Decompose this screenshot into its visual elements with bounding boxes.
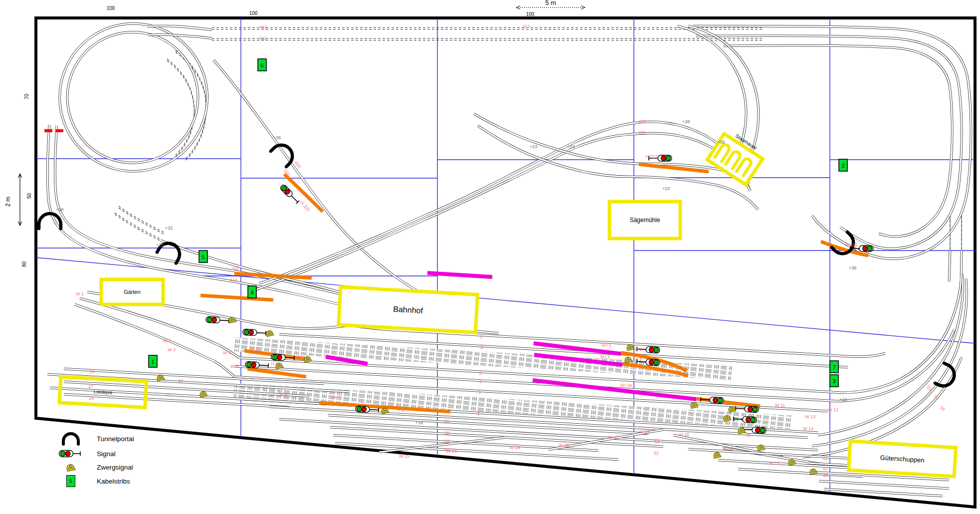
track-plan-page: GärtenBahnhofSägemühleLokdepotGüterschup… xyxy=(0,0,980,514)
track-number-label: W 13 xyxy=(805,414,815,419)
kabelstribs-number: 1 xyxy=(151,359,154,365)
height-label: +38 xyxy=(849,265,856,270)
track-number-label: W 19 xyxy=(639,429,650,434)
track-number-label: W 12 xyxy=(828,407,838,412)
track-number-label: kH 2 xyxy=(600,354,610,359)
track-number-label: 51 xyxy=(444,419,449,424)
height-label: +23 xyxy=(567,144,575,149)
area-gterschuppen: Güterschuppen xyxy=(848,441,956,477)
area-label: Gärten xyxy=(124,289,141,295)
track-number-label: 51 xyxy=(655,439,660,444)
track-number-label: kH 1 xyxy=(602,343,611,348)
track-number-label: 2 xyxy=(481,345,483,350)
track-number-label: 27 xyxy=(88,384,93,389)
track-number-label: 1 xyxy=(480,334,482,339)
height-label: +32 xyxy=(165,226,173,231)
track-number-label: 43 xyxy=(823,473,828,478)
kabelstribs-box-4: 4 xyxy=(248,286,256,298)
track-number-label: 5 xyxy=(478,390,481,395)
axis-label: 50 xyxy=(26,193,32,199)
height-label: +38 xyxy=(717,140,725,145)
track-number-label: kH 3e xyxy=(620,383,632,388)
track-number-label: 318 xyxy=(231,266,239,271)
kabelstribs-number: 7 xyxy=(832,364,835,370)
height-label: +23 xyxy=(662,186,670,191)
kabelstribs-number: 2 xyxy=(841,163,844,169)
track-number-label: 3 xyxy=(479,371,481,376)
track-number-label: 42 xyxy=(823,466,828,471)
height-label: +18 xyxy=(56,207,63,212)
axis-label: 70 xyxy=(24,93,29,99)
scale-label-left: 2 m xyxy=(4,197,11,207)
isolation-gap-marker xyxy=(55,129,63,132)
track-number-label: 6 xyxy=(477,411,480,416)
grid-measure-label: 100 xyxy=(107,5,115,11)
track-number-label: 52 xyxy=(444,431,449,436)
track-number-label: 41 xyxy=(823,456,828,461)
track-number-label: W 7 xyxy=(333,395,341,400)
track-plan-svg: GärtenBahnhofSägemühleLokdepotGüterschup… xyxy=(0,0,980,514)
track-number-label: W 24 xyxy=(446,449,457,454)
track-number-label: 17 xyxy=(166,392,171,397)
kabelstribs-box-7: 7 xyxy=(830,361,838,373)
track-number-label: 330 xyxy=(638,130,646,135)
track-number-label: W 4 xyxy=(223,350,231,355)
grid-measure-label: 100 xyxy=(526,11,535,17)
track-fill xyxy=(949,251,950,282)
height-label: +23 xyxy=(530,144,537,149)
kabelstribs-number: 4 xyxy=(250,289,253,295)
track-number-label: 52 xyxy=(654,451,659,456)
track-number-label: 406 xyxy=(638,119,646,124)
height-label: +18 xyxy=(415,420,423,425)
track-number-label: H 6 xyxy=(397,408,404,413)
track-number-label: W 2 xyxy=(163,338,171,343)
kabelstribs-number: 5 xyxy=(201,254,204,260)
grid-measure-label: 100 xyxy=(249,10,258,16)
track-number-label: 36 xyxy=(746,433,751,438)
kabelstribs-number: 6 xyxy=(260,62,263,68)
track-number-label: H 313 xyxy=(645,154,657,159)
track-fill xyxy=(961,251,962,279)
track-number-label: W 8 xyxy=(279,392,287,397)
track-number-label: 16 xyxy=(178,378,183,383)
track-number-label: W 29 xyxy=(510,445,520,450)
track-number-label: W 11 xyxy=(775,403,785,408)
height-label: +38 xyxy=(682,119,690,124)
track-number-label: H 1 xyxy=(635,347,642,352)
kabelstribs-box-6: 6 xyxy=(258,59,266,71)
track-number-label: Hw 3 xyxy=(298,354,309,359)
track-number-label: H 430 xyxy=(845,243,857,248)
track-number-label: W 14 xyxy=(803,426,813,431)
kabelstribs-box-2: 2 xyxy=(839,159,847,171)
track-number-label: H 2 xyxy=(635,357,642,362)
track-number-label: W 17 xyxy=(769,461,780,466)
area-label: Bahnhof xyxy=(393,305,423,315)
track-number-label: W 16 xyxy=(723,446,733,451)
height-label: +18 xyxy=(839,397,847,402)
kabelstribs-box-5: 5 xyxy=(199,251,207,262)
isolation-gap-marker xyxy=(44,129,52,132)
track-number-label: 37 xyxy=(302,406,307,411)
track-number-label: W 6 xyxy=(230,364,238,369)
track-number-label: 28 xyxy=(89,396,94,401)
kabelstribs-number: 3 xyxy=(832,378,835,384)
area-grten: Gärten xyxy=(101,279,163,304)
track-number-label: W 3 xyxy=(168,347,176,352)
track-number-label: W 15 xyxy=(679,432,689,437)
area-bahnhof: Bahnhof xyxy=(339,287,478,332)
track-number-label: 412 xyxy=(259,24,267,29)
track-number-label: 412 xyxy=(523,24,530,29)
axis-label: 80 xyxy=(21,261,27,267)
track-number-label: 312 xyxy=(259,36,267,41)
area-sgemhle: Sägemühle xyxy=(609,202,680,239)
height-label: +25 xyxy=(156,243,164,248)
area-label: Sägemühle xyxy=(630,217,660,224)
scale-label-top: 5 m xyxy=(545,0,556,6)
track-number-label: H 4 xyxy=(271,361,278,366)
height-label: +36 xyxy=(273,135,281,140)
area-label: Lokdepot xyxy=(94,389,113,395)
kabelstribs-box-1: 1 xyxy=(149,355,157,367)
kabelstribs-box-3: 3 xyxy=(830,375,838,387)
track-number-label: W 28 xyxy=(559,443,569,448)
track-number-label: 414 xyxy=(230,277,237,282)
